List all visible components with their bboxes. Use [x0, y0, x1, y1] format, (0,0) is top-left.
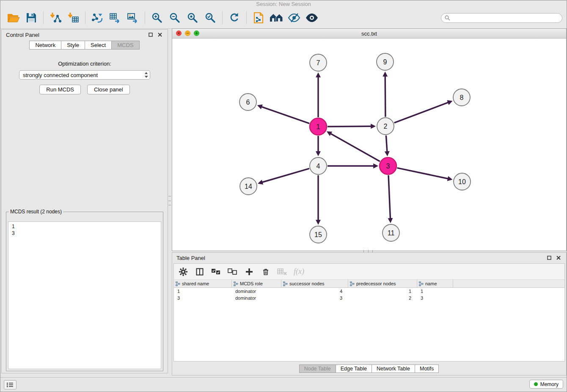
show-columns-button[interactable] [195, 266, 205, 277]
task-history-button[interactable] [4, 380, 17, 389]
graphics-detail-eye-icon [305, 13, 319, 23]
zoom-in-button[interactable] [148, 9, 166, 27]
memory-button[interactable]: Memory [529, 380, 563, 389]
export-network-button[interactable] [88, 9, 106, 27]
float-table-panel-button[interactable] [546, 254, 553, 261]
node-table: shared name MCDS role [174, 280, 564, 361]
save-session-icon [26, 12, 37, 23]
import-network-button[interactable] [47, 9, 64, 27]
window-titlebar[interactable]: Session: New Session [0, 0, 567, 7]
edge-2-3[interactable] [386, 135, 387, 152]
float-icon [149, 33, 153, 37]
window-close-icon[interactable] [176, 30, 182, 36]
tab-network[interactable]: Network [29, 41, 61, 50]
vertical-splitter-handle[interactable] [168, 196, 171, 205]
tab-node-table[interactable]: Node Table [299, 364, 336, 373]
table-panel-content: f(x) shared name [173, 263, 565, 362]
run-mcds-button[interactable]: Run MCDS [39, 85, 81, 94]
select-all-columns-button[interactable] [211, 266, 221, 277]
tab-mcds[interactable]: MCDS [111, 41, 139, 50]
edge-2-9[interactable] [385, 76, 385, 117]
window-zoom-icon[interactable] [194, 30, 199, 36]
zoom-selected-icon [204, 12, 216, 24]
node-2[interactable]: 2 [377, 118, 394, 135]
window-minimize-icon[interactable] [185, 30, 190, 36]
horizontal-splitter-handle[interactable] [363, 250, 373, 252]
export-table-icon [109, 12, 121, 24]
edge-4-14[interactable] [262, 168, 309, 182]
close-panel-button[interactable] [157, 31, 163, 38]
node-7[interactable]: 7 [310, 54, 327, 71]
node-label: 8 [460, 94, 464, 101]
export-table-button[interactable] [106, 9, 124, 27]
node-9[interactable]: 9 [377, 53, 394, 70]
close-panel-action-button[interactable]: Close panel [87, 85, 130, 94]
tab-select[interactable]: Select [85, 41, 112, 50]
column-header-name[interactable]: name [417, 280, 453, 287]
optimization-criterion-select[interactable]: strongly connected component [19, 70, 150, 80]
edge-1-6[interactable] [261, 107, 309, 124]
node-10[interactable]: 10 [454, 173, 471, 190]
column-header-predecessor-nodes[interactable]: predecessor nodes [348, 280, 417, 287]
unselect-all-columns-button[interactable] [228, 266, 238, 277]
table-settings-button[interactable] [178, 266, 188, 277]
search-input[interactable] [452, 14, 559, 21]
home-button[interactable] [267, 9, 285, 27]
edge-3-10[interactable] [397, 168, 449, 179]
edge-2-8[interactable] [394, 102, 449, 123]
network-file-button[interactable] [250, 9, 267, 27]
zoom-selected-button[interactable] [201, 9, 219, 27]
open-file-button[interactable] [5, 9, 22, 27]
edge-3-1[interactable] [330, 133, 380, 161]
create-column-button[interactable] [244, 266, 254, 277]
style-preview-button[interactable] [285, 9, 303, 27]
network-window-title: scc.txt [361, 30, 377, 37]
cell-name: 1 [417, 289, 453, 294]
network-window-titlebar[interactable]: scc.txt [172, 29, 566, 39]
node-1[interactable]: 1 [310, 118, 327, 135]
save-session-button[interactable] [22, 9, 40, 27]
search-box[interactable] [441, 13, 562, 23]
export-image-button[interactable] [124, 9, 142, 27]
tab-edge-table[interactable]: Edge Table [336, 364, 372, 373]
edge-3-11[interactable] [388, 175, 391, 219]
node-15[interactable]: 15 [310, 226, 327, 243]
node-4[interactable]: 4 [310, 157, 327, 174]
delete-table-button[interactable] [277, 266, 287, 277]
import-table-button[interactable] [64, 9, 82, 27]
graphics-detail-button[interactable] [303, 9, 321, 27]
table-panel-header: Table Panel [172, 253, 566, 263]
tab-motifs[interactable]: Motifs [415, 364, 439, 373]
zoom-fit-button[interactable] [184, 9, 201, 27]
column-type-icon [234, 282, 238, 286]
export-image-icon [127, 12, 139, 24]
function-builder-button[interactable]: f(x) [294, 266, 304, 277]
column-header-shared-name[interactable]: shared name [174, 280, 232, 287]
toolbar-separator [43, 11, 44, 24]
column-label: predecessor nodes [356, 281, 396, 286]
window-title: Session: New Session [256, 1, 311, 7]
toolbar-separator [246, 11, 247, 24]
network-graph[interactable]: 7968124314101511 [172, 39, 566, 251]
table-row[interactable]: 3 dominator 3 2 3 [174, 295, 564, 301]
float-panel-button[interactable] [147, 31, 154, 38]
zoom-out-button[interactable] [166, 9, 184, 27]
column-header-mcds-role[interactable]: MCDS role [232, 280, 281, 287]
column-header-successor-nodes[interactable]: successor nodes [281, 280, 348, 287]
table-row[interactable]: 1 dominator 4 1 1 [174, 288, 564, 295]
refresh-button[interactable] [226, 9, 243, 27]
delete-column-button[interactable] [261, 266, 271, 277]
tab-network-table[interactable]: Network Table [372, 364, 415, 373]
node-14[interactable]: 14 [240, 178, 257, 195]
edge-1-2[interactable] [328, 126, 372, 127]
node-8[interactable]: 8 [453, 89, 470, 106]
network-canvas[interactable]: 7968124314101511 [172, 39, 566, 251]
node-11[interactable]: 11 [383, 224, 399, 241]
node-6[interactable]: 6 [239, 94, 256, 110]
mcds-result-text[interactable]: 1 3 [8, 221, 161, 369]
tab-style[interactable]: Style [61, 41, 85, 50]
node-3[interactable]: 3 [380, 157, 396, 174]
control-panel-header: Control Panel [2, 30, 168, 40]
close-table-panel-button[interactable] [555, 254, 562, 261]
style-preview-icon [288, 12, 300, 23]
